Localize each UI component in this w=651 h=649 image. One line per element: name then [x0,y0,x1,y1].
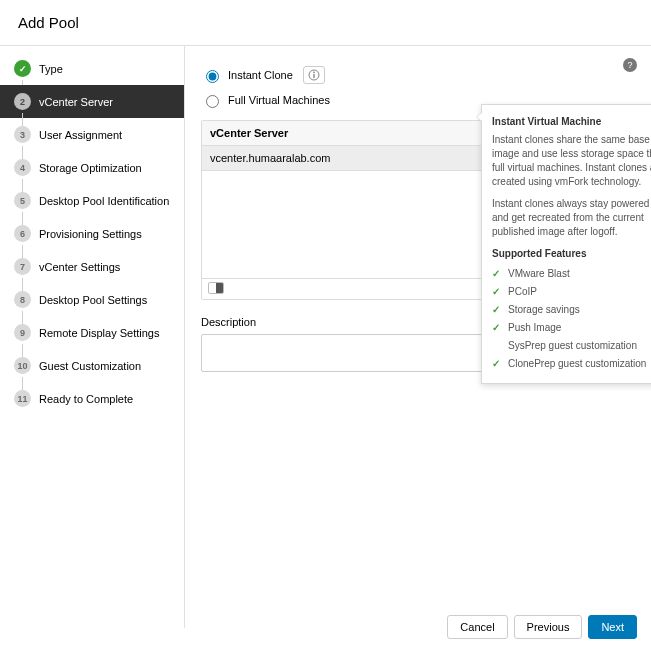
step-vcenter-settings[interactable]: 7 vCenter Settings [0,250,184,283]
svg-rect-2 [313,74,314,78]
info-icon [308,69,320,81]
step-number-icon: 10 [14,357,31,374]
step-label: Ready to Complete [39,393,133,405]
step-ready-to-complete[interactable]: 11 Ready to Complete [0,382,184,415]
step-vcenter-server[interactable]: 2 vCenter Server [0,85,184,118]
step-number-icon: 6 [14,225,31,242]
step-number-icon: 7 [14,258,31,275]
popover-paragraph: Instant clones always stay powered on an… [492,197,651,239]
step-number-icon: 9 [14,324,31,341]
check-icon: ✓ [492,357,502,371]
step-number-icon: 4 [14,159,31,176]
step-number-icon: 11 [14,390,31,407]
check-icon: ✓ [492,321,502,335]
step-type[interactable]: ✓ Type [0,52,184,85]
column-toggle-icon[interactable] [208,282,224,294]
feature-list: ✓VMware Blast ✓PCoIP ✓Storage savings ✓P… [492,265,651,373]
step-number-icon: 3 [14,126,31,143]
description-textarea[interactable] [201,334,501,372]
wizard-content: ? Instant Clone Full Virtual Machines vC… [185,46,651,628]
step-number-icon: 5 [14,192,31,209]
popover-subtitle: Supported Features [492,247,651,261]
step-label: vCenter Settings [39,261,120,273]
feature-item: ✓PCoIP [492,283,651,301]
feature-item: ✓VMware Blast [492,265,651,283]
feature-item: SysPrep guest customization [492,337,651,355]
step-label: Provisioning Settings [39,228,142,240]
dialog-title: Add Pool [18,14,633,31]
step-label: Desktop Pool Settings [39,294,147,306]
instant-clone-radio[interactable] [206,70,219,83]
info-button[interactable] [303,66,325,84]
feature-item: ✓Push Image [492,319,651,337]
step-remote-display-settings[interactable]: 9 Remote Display Settings [0,316,184,349]
feature-item: ✓ClonePrep guest customization [492,355,651,373]
step-number-icon: 8 [14,291,31,308]
feature-item: ✓Storage savings [492,301,651,319]
popover-paragraph: Instant clones share the same base image… [492,133,651,189]
step-storage-optimization[interactable]: 4 Storage Optimization [0,151,184,184]
next-button[interactable]: Next [588,615,637,639]
step-label: Storage Optimization [39,162,142,174]
step-label: User Assignment [39,129,122,141]
clone-type-instant-row: Instant Clone [201,66,635,84]
wizard-sidebar: ✓ Type 2 vCenter Server 3 User Assignmen… [0,46,185,628]
step-desktop-pool-identification[interactable]: 5 Desktop Pool Identification [0,184,184,217]
dialog-footer: Cancel Previous Next [0,605,651,649]
previous-button[interactable]: Previous [514,615,583,639]
step-label: vCenter Server [39,96,113,108]
popover-title: Instant Virtual Machine [492,115,651,129]
full-vm-radio[interactable] [206,95,219,108]
check-icon: ✓ [14,60,31,77]
dialog-header: Add Pool [0,0,651,46]
step-label: Desktop Pool Identification [39,195,169,207]
instant-clone-info-popover: ✕ Instant Virtual Machine Instant clones… [481,104,651,384]
cancel-button[interactable]: Cancel [447,615,507,639]
svg-point-1 [313,71,315,73]
step-desktop-pool-settings[interactable]: 8 Desktop Pool Settings [0,283,184,316]
check-icon: ✓ [492,285,502,299]
step-label: Remote Display Settings [39,327,159,339]
step-number-icon: 2 [14,93,31,110]
full-vm-label: Full Virtual Machines [228,94,330,106]
main-area: ✓ Type 2 vCenter Server 3 User Assignmen… [0,46,651,628]
instant-clone-label: Instant Clone [228,69,293,81]
check-icon: ✓ [492,267,502,281]
step-provisioning-settings[interactable]: 6 Provisioning Settings [0,217,184,250]
check-icon: ✓ [492,303,502,317]
step-user-assignment[interactable]: 3 User Assignment [0,118,184,151]
popover-pointer-icon [477,113,482,121]
step-guest-customization[interactable]: 10 Guest Customization [0,349,184,382]
step-label: Type [39,63,63,75]
step-label: Guest Customization [39,360,141,372]
